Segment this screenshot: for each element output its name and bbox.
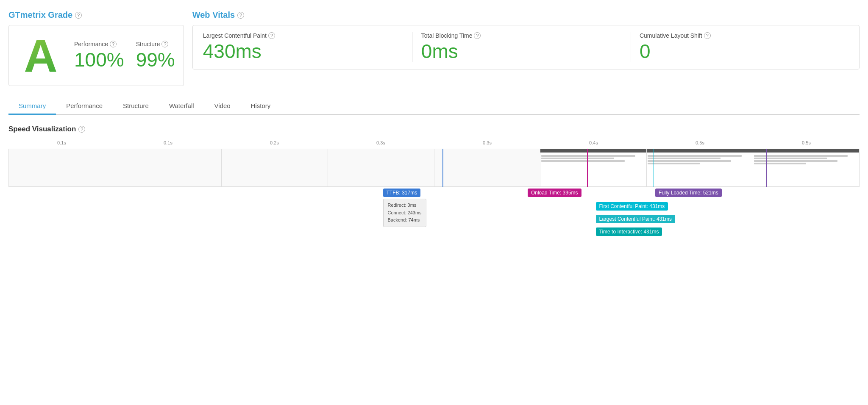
fully-loaded-vline — [766, 149, 767, 187]
frame-2 — [115, 149, 222, 186]
tick-4: 0.3s — [434, 140, 540, 147]
time-ruler: 0.1s 0.1s 0.2s 0.3s 0.3s 0.4s 0.5s 0.5s — [8, 140, 860, 147]
cls-block: Cumulative Layout Shift ? 0 — [631, 32, 849, 62]
grade-scores: Performance ? 100% Structure ? 99% — [74, 41, 175, 71]
tbt-value: 0ms — [421, 41, 622, 62]
tab-video[interactable]: Video — [204, 98, 241, 115]
lcp-badge: Largest Contentful Paint: 431ms — [596, 215, 675, 223]
frame-6 — [540, 149, 647, 186]
web-vitals-help-icon[interactable]: ? — [237, 12, 244, 19]
structure-value: 99% — [136, 49, 175, 71]
performance-score: Performance ? 100% — [74, 41, 124, 71]
speed-viz-help-icon[interactable]: ? — [78, 126, 85, 133]
ttfb-vline — [442, 149, 443, 187]
frame-1 — [9, 149, 115, 186]
screenshot-frames — [8, 149, 860, 187]
tick-5: 0.4s — [540, 140, 647, 147]
fully-loaded-annotation: Fully Loaded Time: 521ms — [655, 189, 722, 197]
fcp-badge: First Contentful Paint: 431ms — [596, 202, 668, 211]
structure-score: Structure ? 99% — [136, 41, 175, 71]
tab-summary[interactable]: Summary — [8, 98, 56, 115]
gtmetrix-grade-title: GTmetrix Grade ? — [8, 10, 184, 20]
lcp-help-icon[interactable]: ? — [268, 32, 275, 39]
onload-annotation: Onload Time: 395ms — [528, 189, 581, 197]
web-vitals-section: Web Vitals ? Largest Contentful Paint ? … — [192, 10, 860, 86]
web-vitals-title: Web Vitals ? — [192, 10, 860, 20]
tick-3: 0.3s — [328, 140, 434, 147]
vitals-card: Largest Contentful Paint ? 430ms Total B… — [192, 25, 860, 69]
cls-label: Cumulative Layout Shift ? — [640, 32, 840, 39]
tab-bar: Summary Performance Structure Waterfall … — [8, 98, 860, 115]
lcp-label: Largest Contentful Paint ? — [203, 32, 404, 39]
cls-help-icon[interactable]: ? — [704, 32, 711, 39]
tab-history[interactable]: History — [241, 98, 281, 115]
fcp-annotation: First Contentful Paint: 431ms — [596, 202, 668, 211]
fcp-vline — [654, 149, 654, 187]
tick-2: 0.2s — [221, 140, 328, 147]
performance-help-icon[interactable]: ? — [110, 41, 117, 47]
lcp-value: 430ms — [203, 41, 404, 62]
tbt-label: Total Blocking Time ? — [421, 32, 622, 39]
performance-label: Performance ? — [74, 41, 124, 47]
frame-3 — [222, 149, 328, 186]
tab-structure[interactable]: Structure — [113, 98, 159, 115]
fully-loaded-badge: Fully Loaded Time: 521ms — [655, 189, 722, 197]
web-vitals-title-text: Web Vitals — [192, 10, 235, 20]
structure-help-icon[interactable]: ? — [161, 41, 168, 47]
frame-4 — [328, 149, 434, 186]
tick-6: 0.5s — [647, 140, 753, 147]
tab-waterfall[interactable]: Waterfall — [159, 98, 204, 115]
lcp-annotation: Largest Contentful Paint: 431ms — [596, 215, 675, 223]
frame-7 — [647, 149, 753, 186]
grade-title-text: GTmetrix Grade — [8, 10, 72, 20]
tti-annotation: Time to Interactive: 431ms — [596, 227, 662, 236]
speed-viz-title: Speed Visualization ? — [8, 125, 860, 133]
performance-value: 100% — [74, 49, 124, 71]
ttfb-badge: TTFB: 317ms — [383, 189, 421, 197]
annotations-zone: TTFB: 317ms Redirect: 0msConnect: 243msB… — [8, 187, 860, 259]
tbt-help-icon[interactable]: ? — [474, 32, 481, 39]
frame-8 — [753, 149, 859, 186]
tbt-block: Total Blocking Time ? 0ms — [412, 32, 631, 62]
tab-performance[interactable]: Performance — [56, 98, 113, 115]
grade-help-icon[interactable]: ? — [75, 12, 82, 19]
speed-visualization-section: Speed Visualization ? 0.1s 0.1s 0.2s 0.3… — [8, 125, 860, 259]
tick-0: 0.1s — [8, 140, 115, 147]
gtmetrix-grade-section: GTmetrix Grade ? A Performance ? 100% St… — [8, 10, 184, 86]
lcp-block: Largest Contentful Paint ? 430ms — [203, 32, 412, 62]
tick-1: 0.1s — [115, 140, 221, 147]
tti-badge: Time to Interactive: 431ms — [596, 227, 662, 236]
grade-card: A Performance ? 100% Structure ? 99% — [8, 25, 184, 86]
tick-7: 0.5s — [753, 140, 860, 147]
structure-label: Structure ? — [136, 41, 175, 47]
grade-letter: A — [17, 32, 64, 79]
ttfb-tooltip: Redirect: 0msConnect: 243msBackend: 74ms — [383, 199, 426, 227]
top-metrics-row: GTmetrix Grade ? A Performance ? 100% St… — [8, 10, 860, 86]
frame-5 — [434, 149, 541, 186]
cls-value: 0 — [640, 41, 840, 62]
frames-container — [8, 149, 860, 187]
onload-badge: Onload Time: 395ms — [528, 189, 581, 197]
ttfb-annotation: TTFB: 317ms Redirect: 0msConnect: 243msB… — [383, 189, 426, 227]
onload-vline — [587, 149, 588, 187]
